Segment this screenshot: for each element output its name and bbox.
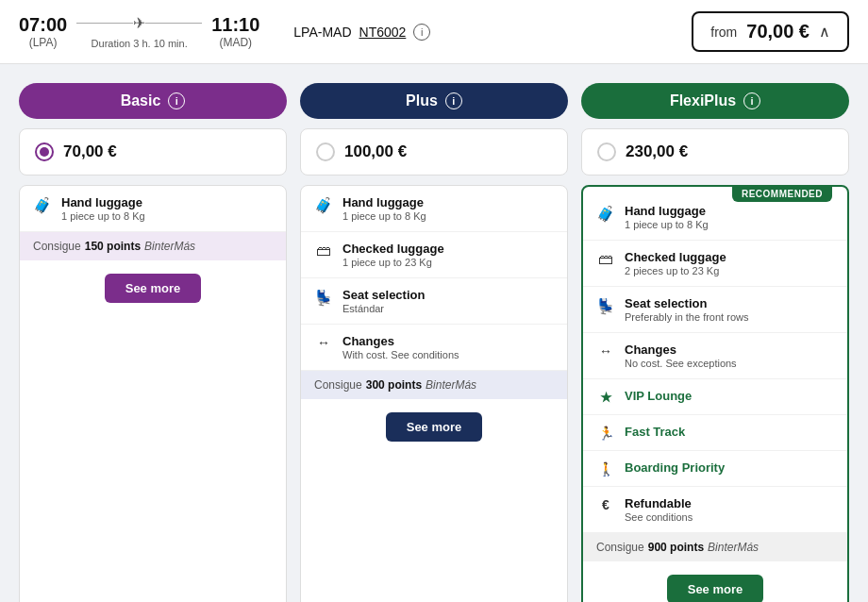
plus-price: 100,00 € bbox=[344, 142, 407, 161]
plus-info-icon[interactable]: i bbox=[445, 92, 462, 109]
plus-points: 300 points bbox=[366, 378, 422, 392]
recommended-badge: RECOMMENDED bbox=[732, 186, 832, 202]
flexiplus-label: FlexiPlus bbox=[670, 92, 736, 109]
basic-hand-luggage: 🧳 Hand luggage 1 piece up to 8 Kg bbox=[20, 186, 286, 232]
basic-fare-header: Basic i bbox=[19, 83, 287, 119]
boarding-priority-icon: 🚶 bbox=[596, 461, 615, 477]
flexi-points-row: Consigue 900 points BinterMás bbox=[583, 533, 847, 561]
plus-price-select[interactable]: 100,00 € bbox=[300, 128, 568, 176]
flexiplus-fare-header: FlexiPlus i bbox=[581, 83, 849, 119]
plus-changes-title: Changes bbox=[342, 334, 459, 348]
plus-seat-sub: Estándar bbox=[342, 303, 425, 314]
flexi-fast-track: 🏃 Fast Track bbox=[583, 415, 847, 451]
flexi-refundable: € Refundable See conditions bbox=[583, 487, 847, 533]
flexi-hand-luggage-title: Hand luggage bbox=[625, 204, 709, 218]
flexiplus-info-icon[interactable]: i bbox=[743, 92, 760, 109]
route-label: LPA-MAD bbox=[293, 25, 351, 40]
plus-hand-luggage-title: Hand luggage bbox=[342, 195, 426, 209]
flight-info-icon[interactable]: i bbox=[413, 24, 430, 41]
flexi-seat-selection: 💺 Seat selection Preferably in the front… bbox=[583, 287, 847, 333]
plus-hand-luggage-sub: 1 piece up to 8 Kg bbox=[342, 210, 426, 222]
plane-icon: ✈ bbox=[133, 14, 145, 32]
basic-radio[interactable] bbox=[35, 142, 54, 161]
flexi-seat-sub: Preferably in the front rows bbox=[625, 311, 748, 323]
price-summary-box[interactable]: from 70,00 € ∧ bbox=[692, 11, 849, 52]
basic-fare-column: Basic i 70,00 € 🧳 Hand luggage 1 piece u… bbox=[19, 83, 287, 602]
flexi-checked-luggage: 🗃 Checked luggage 2 pieces up to 23 Kg bbox=[583, 241, 847, 287]
top-bar: 07:00 (LPA) ✈ Duration 3 h. 10 min. 11:1… bbox=[0, 0, 868, 64]
flexiplus-price-select[interactable]: 230,00 € bbox=[581, 128, 849, 176]
basic-hand-luggage-sub: 1 piece up to 8 Kg bbox=[61, 210, 145, 222]
plus-luggage-icon: 🧳 bbox=[314, 196, 333, 214]
flexiplus-price: 230,00 € bbox=[626, 142, 688, 161]
chevron-up-icon[interactable]: ∧ bbox=[819, 23, 830, 41]
plus-changes: ↔ Changes With cost. See conditions bbox=[301, 325, 567, 371]
flight-times: 07:00 (LPA) ✈ Duration 3 h. 10 min. 11:1… bbox=[19, 14, 259, 49]
basic-see-more-wrapper: See more bbox=[20, 260, 286, 320]
plus-fare-header: Plus i bbox=[300, 83, 568, 119]
arrival-block: 11:10 (MAD) bbox=[211, 14, 259, 49]
flexi-see-more-wrapper: See more bbox=[583, 561, 847, 602]
plus-seat-title: Seat selection bbox=[342, 288, 425, 302]
plus-fare-column: Plus i 100,00 € 🧳 Hand luggage 1 piece u… bbox=[300, 83, 568, 602]
departure-block: 07:00 (LPA) bbox=[19, 14, 67, 49]
plus-changes-sub: With cost. See conditions bbox=[342, 349, 459, 360]
flexi-changes-title: Changes bbox=[625, 343, 737, 357]
flexi-checked-sub: 2 pieces up to 23 Kg bbox=[625, 265, 726, 276]
route-info: LPA-MAD NT6002 i bbox=[293, 24, 430, 41]
price-amount: 70,00 € bbox=[746, 21, 810, 42]
fare-selection-area: Basic i 70,00 € 🧳 Hand luggage 1 piece u… bbox=[0, 64, 868, 602]
flexi-changes-sub: No cost. See exceptions bbox=[625, 358, 737, 369]
plus-checked-luggage: 🗃 Checked luggage 1 piece up to 23 Kg bbox=[301, 232, 567, 278]
vip-lounge-icon: ★ bbox=[596, 390, 615, 405]
departure-time: 07:00 bbox=[19, 14, 67, 36]
flexi-changes-icon: ↔ bbox=[596, 343, 615, 359]
flexi-refundable-sub: See conditions bbox=[625, 511, 693, 523]
flexi-changes: ↔ Changes No cost. See exceptions bbox=[583, 333, 847, 379]
basic-price-select[interactable]: 70,00 € bbox=[19, 128, 287, 176]
flight-number[interactable]: NT6002 bbox=[359, 25, 407, 40]
plus-features-card: 🧳 Hand luggage 1 piece up to 8 Kg 🗃 Chec… bbox=[300, 185, 568, 602]
flexi-fast-track-title: Fast Track bbox=[625, 425, 685, 439]
basic-info-icon[interactable]: i bbox=[168, 92, 185, 109]
basic-see-more-button[interactable]: See more bbox=[105, 274, 202, 303]
flexiplus-radio[interactable] bbox=[597, 142, 616, 161]
basic-features-card: 🧳 Hand luggage 1 piece up to 8 Kg Consig… bbox=[19, 185, 287, 602]
plus-see-more-wrapper: See more bbox=[301, 399, 567, 459]
plus-radio[interactable] bbox=[316, 142, 335, 161]
plus-checked-luggage-icon: 🗃 bbox=[314, 242, 333, 259]
luggage-icon: 🧳 bbox=[33, 196, 52, 214]
flexi-hand-luggage-sub: 1 piece up to 8 Kg bbox=[625, 219, 709, 230]
basic-points: 150 points bbox=[85, 240, 141, 253]
basic-hand-luggage-title: Hand luggage bbox=[61, 195, 145, 209]
flexi-boarding-priority: 🚶 Boarding Priority bbox=[583, 451, 847, 487]
flexi-boarding-title: Boarding Priority bbox=[625, 460, 725, 475]
basic-price: 70,00 € bbox=[63, 142, 117, 161]
flexi-seat-title: Seat selection bbox=[625, 296, 748, 310]
basic-bintermás: BinterMás bbox=[144, 240, 195, 253]
arrival-airport: (MAD) bbox=[211, 36, 259, 49]
plus-points-row: Consigue 300 points BinterMás bbox=[301, 371, 567, 399]
plus-checked-luggage-title: Checked luggage bbox=[342, 242, 444, 256]
flexi-see-more-button[interactable]: See more bbox=[667, 575, 764, 602]
arrival-time: 11:10 bbox=[211, 14, 259, 36]
departure-airport: (LPA) bbox=[19, 36, 67, 49]
flight-line: ✈ Duration 3 h. 10 min. bbox=[76, 14, 202, 49]
flexi-seat-icon: 💺 bbox=[596, 297, 615, 315]
plus-changes-icon: ↔ bbox=[314, 335, 333, 350]
plus-checked-luggage-sub: 1 piece up to 23 Kg bbox=[342, 257, 444, 268]
plus-bintermás: BinterMás bbox=[426, 378, 476, 392]
fast-track-icon: 🏃 bbox=[596, 426, 615, 441]
plus-seat-selection: 💺 Seat selection Estándar bbox=[301, 278, 567, 325]
refundable-icon: € bbox=[596, 497, 615, 512]
flight-duration: Duration 3 h. 10 min. bbox=[92, 38, 188, 49]
flexi-points: 900 points bbox=[648, 541, 704, 554]
basic-points-row: Consigue 150 points BinterMás bbox=[20, 232, 286, 260]
flexi-vip-title: VIP Lounge bbox=[625, 389, 692, 403]
plus-see-more-button[interactable]: See more bbox=[386, 412, 483, 442]
flexi-checked-icon: 🗃 bbox=[596, 251, 615, 268]
plus-seat-icon: 💺 bbox=[314, 289, 333, 307]
price-from-label: from bbox=[710, 25, 737, 40]
flexi-vip-lounge: ★ VIP Lounge bbox=[583, 379, 847, 415]
flexi-refundable-title: Refundable bbox=[625, 496, 693, 510]
